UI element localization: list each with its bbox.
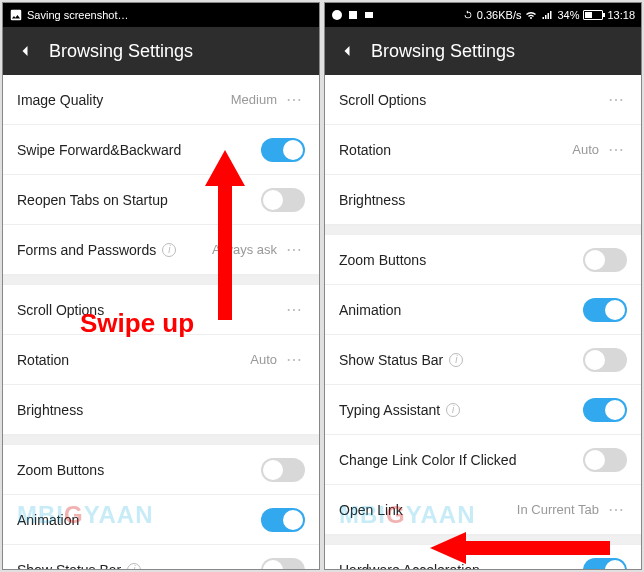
row-label: Brightness (339, 192, 405, 208)
back-button[interactable] (333, 37, 361, 65)
arrow-left-icon (430, 530, 610, 566)
signal-icon (541, 9, 553, 21)
more-icon[interactable]: ⋯ (285, 90, 305, 109)
more-icon[interactable]: ⋯ (285, 240, 305, 259)
more-icon[interactable]: ⋯ (607, 500, 627, 519)
info-icon[interactable]: i (127, 563, 141, 571)
section-gap (325, 225, 641, 235)
settings-row[interactable]: Open LinkIn Current Tab⋯ (325, 485, 641, 535)
settings-row[interactable]: Brightness (325, 175, 641, 225)
settings-row[interactable]: Zoom Buttons (325, 235, 641, 285)
settings-row[interactable]: Brightness (3, 385, 319, 435)
row-label: Open Link (339, 502, 403, 518)
arrow-up-icon (200, 150, 250, 320)
settings-list[interactable]: Scroll Options⋯RotationAuto⋯BrightnessZo… (325, 75, 641, 570)
settings-row[interactable]: Swipe Forward&Backward (3, 125, 319, 175)
settings-row[interactable]: Show Status Bari (325, 335, 641, 385)
battery-percent: 34% (557, 9, 579, 21)
annotation-swipe-up: Swipe up (80, 308, 194, 339)
title-bar: Browsing Settings (325, 27, 641, 75)
chevron-left-icon (15, 41, 35, 61)
more-icon[interactable]: ⋯ (607, 90, 627, 109)
image-icon (9, 8, 23, 22)
settings-row[interactable]: Change Link Color If Clicked (325, 435, 641, 485)
row-label: Animation (339, 302, 401, 318)
info-icon[interactable]: i (162, 243, 176, 257)
row-label: Rotation (339, 142, 391, 158)
chevron-left-icon (337, 41, 357, 61)
more-icon[interactable]: ⋯ (285, 300, 305, 319)
settings-row[interactable]: Image QualityMedium⋯ (3, 75, 319, 125)
settings-row[interactable]: RotationAuto⋯ (3, 335, 319, 385)
page-title: Browsing Settings (371, 41, 515, 62)
row-label: Rotation (17, 352, 69, 368)
section-gap (3, 435, 319, 445)
more-icon[interactable]: ⋯ (285, 350, 305, 369)
row-label: Show Status Bar (339, 352, 443, 368)
settings-row[interactable]: Reopen Tabs on Startup (3, 175, 319, 225)
row-label: Scroll Options (339, 92, 426, 108)
toggle[interactable] (261, 138, 305, 162)
row-label: Swipe Forward&Backward (17, 142, 181, 158)
row-label: Change Link Color If Clicked (339, 452, 516, 468)
status-bar: 0.36KB/s 34% 13:18 (325, 3, 641, 27)
settings-row[interactable]: Show Status Bari (3, 545, 319, 570)
toggle[interactable] (261, 558, 305, 571)
row-label: Animation (17, 512, 79, 528)
svg-point-0 (332, 10, 342, 20)
phone-screen-right: 0.36KB/s 34% 13:18 Browsing Settings Scr… (324, 2, 642, 570)
row-label: Brightness (17, 402, 83, 418)
mail-icon (363, 9, 375, 21)
whatsapp-icon (331, 9, 343, 21)
svg-marker-3 (205, 150, 245, 320)
clock: 13:18 (607, 9, 635, 21)
toggle[interactable] (261, 188, 305, 212)
row-value: Auto (572, 142, 599, 157)
row-label: Typing Assistant (339, 402, 440, 418)
section-gap (3, 275, 319, 285)
toggle[interactable] (583, 398, 627, 422)
more-icon[interactable]: ⋯ (607, 140, 627, 159)
wifi-icon (525, 9, 537, 21)
battery-icon (583, 10, 603, 20)
toggle[interactable] (261, 458, 305, 482)
info-icon[interactable]: i (446, 403, 460, 417)
back-button[interactable] (11, 37, 39, 65)
toggle[interactable] (583, 448, 627, 472)
info-icon[interactable]: i (449, 353, 463, 367)
row-label: Image Quality (17, 92, 103, 108)
svg-rect-1 (349, 11, 357, 19)
row-label: Zoom Buttons (339, 252, 426, 268)
settings-row[interactable]: Forms and PasswordsiAlways ask⋯ (3, 225, 319, 275)
row-value: Medium (231, 92, 277, 107)
sync-icon (463, 10, 473, 20)
row-value: In Current Tab (517, 502, 599, 517)
settings-row[interactable]: Zoom Buttons (3, 445, 319, 495)
settings-row[interactable]: Typing Assistanti (325, 385, 641, 435)
facebook-icon (347, 9, 359, 21)
settings-row[interactable]: Animation (325, 285, 641, 335)
settings-row[interactable]: Animation (3, 495, 319, 545)
status-bar: Saving screenshot… (3, 3, 319, 27)
phone-screen-left: Saving screenshot… Browsing Settings Ima… (2, 2, 320, 570)
row-label: Forms and Passwords (17, 242, 156, 258)
toggle[interactable] (583, 298, 627, 322)
row-label: Zoom Buttons (17, 462, 104, 478)
title-bar: Browsing Settings (3, 27, 319, 75)
page-title: Browsing Settings (49, 41, 193, 62)
network-speed: 0.36KB/s (477, 9, 522, 21)
row-label: Reopen Tabs on Startup (17, 192, 168, 208)
toggle[interactable] (261, 508, 305, 532)
settings-row[interactable]: RotationAuto⋯ (325, 125, 641, 175)
toggle[interactable] (583, 348, 627, 372)
row-label: Show Status Bar (17, 562, 121, 571)
settings-row[interactable]: Scroll Options⋯ (325, 75, 641, 125)
statusbar-text: Saving screenshot… (27, 9, 129, 21)
toggle[interactable] (583, 248, 627, 272)
row-value: Auto (250, 352, 277, 367)
svg-marker-4 (430, 532, 610, 564)
